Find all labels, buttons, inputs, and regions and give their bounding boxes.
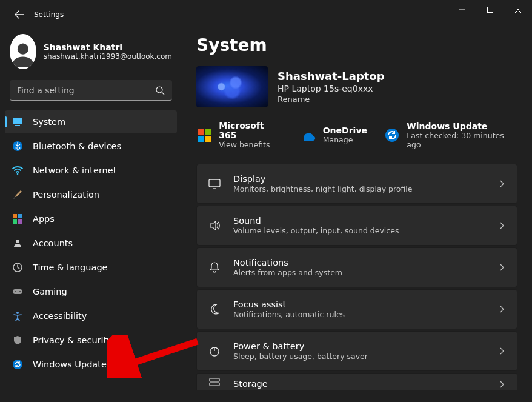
- svg-rect-10: [18, 219, 22, 224]
- tile-sub: Last checked: 30 minutes ago: [407, 131, 517, 149]
- tile-onedrive[interactable]: OneDrive Manage: [300, 121, 367, 149]
- setting-title: Sound: [233, 216, 485, 226]
- moon-icon: [208, 303, 221, 316]
- sidebar-item-personalization[interactable]: Personalization: [5, 183, 177, 206]
- avatar: [10, 34, 36, 69]
- svg-rect-18: [198, 129, 204, 135]
- sidebar-item-label: Network & internet: [33, 166, 116, 175]
- setting-notifications[interactable]: Notifications Alerts from apps and syste…: [196, 247, 517, 287]
- sidebar-item-privacy[interactable]: Privacy & security: [5, 329, 177, 352]
- minimize-icon: [459, 7, 465, 13]
- paintbrush-icon: [12, 189, 23, 200]
- display-icon: [208, 177, 221, 190]
- setting-sub: Sleep, battery usage, battery saver: [233, 352, 485, 361]
- search-input[interactable]: [17, 85, 155, 95]
- sidebar-item-label: System: [33, 117, 65, 127]
- svg-rect-20: [198, 136, 204, 142]
- search-icon: [155, 85, 165, 95]
- svg-rect-13: [13, 289, 22, 294]
- tile-sub: View benefits: [219, 140, 282, 149]
- maximize-button[interactable]: [476, 0, 504, 19]
- minimize-button[interactable]: [448, 0, 476, 19]
- sidebar-item-label: Privacy & security: [33, 335, 112, 345]
- sidebar-item-bluetooth[interactable]: Bluetooth & devices: [5, 135, 177, 158]
- sound-icon: [208, 219, 221, 232]
- svg-rect-4: [15, 125, 20, 126]
- main: System Shashwat-Laptop HP Laptop 15s-eq0…: [182, 29, 532, 402]
- setting-title: Power & battery: [233, 341, 485, 351]
- clock-icon: [12, 262, 23, 273]
- sidebar-item-label: Personalization: [33, 190, 99, 199]
- tile-title: OneDrive: [323, 126, 367, 135]
- user-block[interactable]: Shashwat Khatri shashwat.khatri1993@outl…: [0, 34, 182, 80]
- accessibility-icon: [12, 310, 23, 321]
- svg-point-15: [19, 291, 21, 292]
- chevron-right-icon: [497, 263, 506, 272]
- setting-focus-assist[interactable]: Focus assist Notifications, automatic ru…: [196, 289, 517, 329]
- svg-rect-3: [13, 118, 22, 124]
- svg-rect-26: [210, 383, 219, 386]
- window-title: Settings: [34, 10, 64, 19]
- close-button[interactable]: [504, 0, 532, 19]
- onedrive-icon: [300, 127, 316, 143]
- gaming-icon: [12, 286, 23, 297]
- sidebar-item-label: Accounts: [33, 238, 73, 248]
- chevron-right-icon: [497, 305, 506, 313]
- svg-rect-25: [210, 378, 219, 381]
- sidebar-item-system[interactable]: System: [5, 110, 177, 133]
- sidebar-item-label: Apps: [33, 214, 55, 224]
- user-email: shashwat.khatri1993@outlook.com: [44, 52, 172, 61]
- arrow-left-icon: [15, 10, 24, 19]
- sidebar-item-gaming[interactable]: Gaming: [5, 280, 177, 303]
- close-icon: [515, 7, 521, 13]
- svg-rect-21: [205, 136, 211, 142]
- svg-rect-8: [18, 214, 22, 218]
- nav: System Bluetooth & devices Network & int…: [0, 108, 182, 380]
- microsoft-365-icon: [196, 127, 211, 143]
- apps-icon: [12, 213, 23, 224]
- chevron-right-icon: [497, 221, 506, 230]
- bluetooth-icon: [12, 141, 23, 152]
- sidebar-item-time[interactable]: Time & language: [5, 256, 177, 279]
- sidebar-item-accounts[interactable]: Accounts: [5, 232, 177, 255]
- svg-point-17: [13, 360, 22, 369]
- device-image: [196, 66, 268, 107]
- svg-point-16: [16, 312, 19, 314]
- sidebar-item-accessibility[interactable]: Accessibility: [5, 304, 177, 327]
- rename-link[interactable]: Rename: [278, 95, 385, 104]
- quick-tiles: Microsoft 365 View benefits OneDrive Man…: [196, 121, 517, 149]
- sidebar-item-network[interactable]: Network & internet: [5, 159, 177, 182]
- svg-point-2: [156, 87, 162, 93]
- setting-display[interactable]: Display Monitors, brightness, night ligh…: [196, 164, 517, 204]
- chevron-right-icon: [497, 347, 506, 355]
- search-box[interactable]: [10, 80, 172, 101]
- svg-point-14: [15, 291, 16, 292]
- setting-sub: Alerts from apps and system: [233, 268, 485, 277]
- device-model: HP Laptop 15s-eq0xxx: [278, 84, 385, 93]
- tile-sub: Manage: [323, 135, 367, 144]
- setting-storage[interactable]: Storage: [196, 373, 517, 390]
- sidebar-item-windows-update[interactable]: Windows Update: [5, 353, 177, 376]
- svg-point-1: [18, 44, 28, 55]
- titlebar: Settings: [0, 0, 532, 29]
- device-summary: Shashwat-Laptop HP Laptop 15s-eq0xxx Ren…: [196, 66, 517, 107]
- tile-microsoft-365[interactable]: Microsoft 365 View benefits: [196, 121, 283, 149]
- svg-point-11: [16, 240, 19, 243]
- svg-rect-19: [205, 129, 211, 135]
- sidebar-item-apps[interactable]: Apps: [5, 207, 177, 230]
- svg-rect-9: [13, 219, 17, 224]
- person-icon: [10, 38, 36, 69]
- user-name: Shashwat Khatri: [44, 42, 172, 52]
- chevron-right-icon: [497, 380, 506, 389]
- page-title: System: [196, 35, 517, 55]
- sidebar-item-label: Windows Update: [33, 360, 107, 369]
- svg-point-6: [17, 173, 19, 175]
- bell-icon: [208, 261, 221, 274]
- setting-sound[interactable]: Sound Volume levels, output, input, soun…: [196, 206, 517, 246]
- tile-windows-update[interactable]: Windows Update Last checked: 30 minutes …: [384, 121, 517, 149]
- back-button[interactable]: [10, 5, 29, 24]
- sidebar-item-label: Accessibility: [33, 311, 87, 321]
- power-icon: [208, 344, 221, 358]
- setting-power[interactable]: Power & battery Sleep, battery usage, ba…: [196, 331, 517, 371]
- storage-icon: [208, 375, 221, 389]
